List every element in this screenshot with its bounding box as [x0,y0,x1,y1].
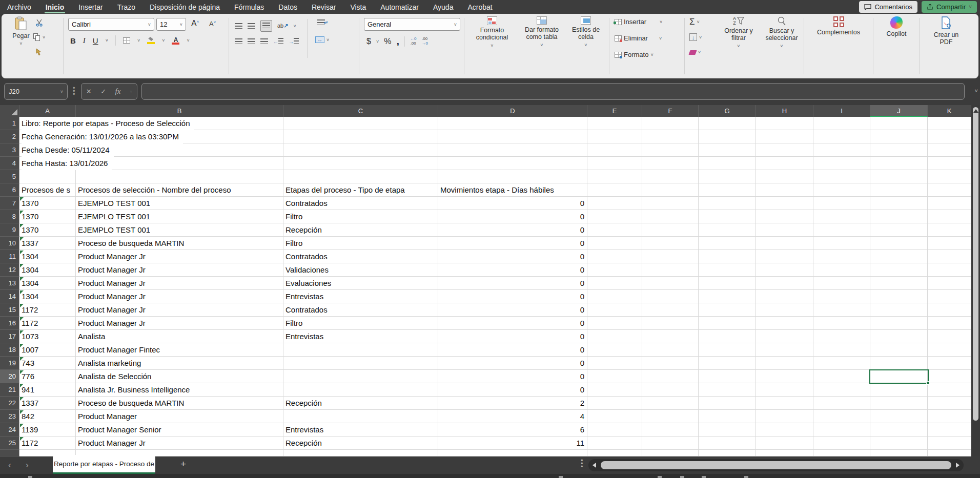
next-sheet-chevron-icon[interactable]: › [26,460,29,470]
chevron-down-icon[interactable]: ˅ [137,38,140,43]
cell-I19[interactable] [813,357,870,370]
cell-F10[interactable] [642,237,699,250]
cell-E2[interactable] [587,130,642,143]
cell-styles-button[interactable]: Estilos de celda ˅ [566,16,605,48]
scroll-right-icon[interactable] [956,463,959,468]
cell-K[interactable] [928,450,971,456]
chevron-down-icon[interactable]: ˅ [376,39,379,44]
cell-F11[interactable] [642,250,699,263]
conditional-formatting-button[interactable]: Formato condicional ˅ [469,16,515,48]
cell-H[interactable] [756,450,813,456]
clear-button[interactable]: ˅ [689,50,701,55]
chevron-down-icon[interactable]: ˅ [293,24,296,29]
cell-G25[interactable] [699,437,756,450]
cell-E4[interactable] [587,157,642,170]
column-header-B[interactable]: B [76,105,283,117]
cell-F[interactable] [642,450,699,456]
cell-I8[interactable] [813,210,870,223]
row-header-21[interactable]: 21 [0,383,19,397]
cell-J11[interactable] [870,250,928,263]
chevron-down-icon[interactable]: ˅ [106,38,108,43]
cell-G24[interactable] [699,423,756,437]
cell-I12[interactable] [813,263,870,277]
menu-tab-inicio[interactable]: Inicio [38,0,72,14]
cell-J4[interactable] [870,157,928,170]
menu-tab-revisar[interactable]: Revisar [304,0,343,14]
autosum-button[interactable]: Σ˅ [689,17,700,27]
chevron-down-icon[interactable]: ˅ [130,89,132,94]
cut-button[interactable] [35,19,43,27]
cell-F6[interactable] [642,183,699,197]
cell-H22[interactable] [756,397,813,410]
cell-J2[interactable] [870,130,928,143]
cell-E23[interactable] [587,410,642,423]
row-header-2[interactable]: 2 [0,130,19,143]
underline-button[interactable]: U [93,36,98,45]
cell-F13[interactable] [642,277,699,290]
row-header-14[interactable]: 14 [0,290,19,303]
cell-F9[interactable] [642,223,699,237]
cell-E24[interactable] [587,423,642,437]
cell-G13[interactable] [699,277,756,290]
cell-H13[interactable] [756,277,813,290]
row-header-22[interactable]: 22 [0,397,19,410]
currency-button[interactable]: $ [366,37,371,46]
cell-E17[interactable] [587,330,642,343]
cell-C2[interactable] [283,130,438,143]
cell-F4[interactable] [642,157,699,170]
format-painter-button[interactable] [35,48,43,55]
align-center-icon[interactable] [248,38,255,44]
cell-J10[interactable] [870,237,928,250]
cell-C3[interactable] [283,143,438,157]
cell-I25[interactable] [813,437,870,450]
cell-G3[interactable] [699,143,756,157]
cell-G21[interactable] [699,383,756,397]
cell-G23[interactable] [699,410,756,423]
cell-D4[interactable] [438,157,587,170]
row-header-17[interactable]: 17 [0,330,19,343]
name-box[interactable]: J20 ˅ [4,83,68,100]
cell-I17[interactable] [813,330,870,343]
row-header-25[interactable]: 25 [0,437,19,450]
insert-cells-button[interactable]: Insertar ˅ [615,18,662,26]
cell-J15[interactable] [870,303,928,317]
cell-F24[interactable] [642,423,699,437]
cell-H14[interactable] [756,290,813,303]
cell-I18[interactable] [813,343,870,357]
cell-K11[interactable] [928,250,971,263]
cell-K1[interactable] [928,117,971,130]
cell-I16[interactable] [813,317,870,330]
cell-H9[interactable] [756,223,813,237]
cell-I7[interactable] [813,197,870,210]
cell-E21[interactable] [587,383,642,397]
cell-E22[interactable] [587,397,642,410]
cell-B17[interactable] [76,330,283,343]
cell-E12[interactable] [587,263,642,277]
active-sheet-tab[interactable]: Reporte por etapas - Proceso de [53,455,155,474]
cell-J9[interactable] [870,223,928,237]
align-middle-icon[interactable] [248,23,255,29]
cell-K10[interactable] [928,237,971,250]
cell-K19[interactable] [928,357,971,370]
cell-K9[interactable] [928,223,971,237]
insert-function-button[interactable]: fx [115,87,121,96]
cancel-button[interactable]: ✕ [86,88,92,95]
cell-G12[interactable] [699,263,756,277]
formula-input[interactable] [141,83,965,100]
bold-button[interactable]: B [70,36,76,45]
menu-tab-datos[interactable]: Datos [271,0,304,14]
cell-H16[interactable] [756,317,813,330]
row-header-15[interactable]: 15 [0,303,19,317]
cell-F25[interactable] [642,437,699,450]
cell-I22[interactable] [813,397,870,410]
fill-button[interactable]: ↓ ˅ [689,33,702,41]
row-header-9[interactable]: 9 [0,223,19,237]
cell-E15[interactable] [587,303,642,317]
decrease-decimal-button[interactable]: .00→0 [421,37,427,46]
cell-G[interactable] [699,450,756,456]
cell-K25[interactable] [928,437,971,450]
align-left-icon[interactable] [235,38,242,44]
cell-E14[interactable] [587,290,642,303]
menu-tab-formulas[interactable]: Fórmulas [227,0,271,14]
cell-F19[interactable] [642,357,699,370]
